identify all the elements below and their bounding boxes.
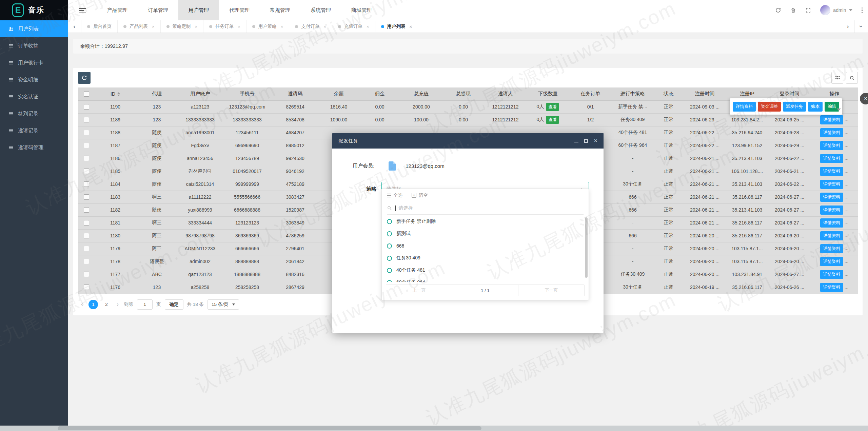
more-actions-button[interactable]: ...: [845, 181, 849, 187]
close-tab-icon[interactable]: ×: [323, 24, 326, 29]
more-actions-button[interactable]: ...: [845, 233, 849, 238]
close-tab-icon[interactable]: ×: [281, 24, 283, 29]
row-checkbox[interactable]: [84, 194, 89, 200]
refresh-icon[interactable]: [775, 7, 781, 13]
row-checkbox[interactable]: [84, 143, 89, 148]
sidebar-item[interactable]: 实名认证: [0, 88, 68, 105]
close-tab-icon[interactable]: ×: [367, 24, 369, 29]
goto-confirm-button[interactable]: 确定: [165, 299, 183, 310]
more-actions-button[interactable]: ...: [845, 168, 849, 174]
table-search-button[interactable]: [846, 72, 858, 84]
row-checkbox[interactable]: [84, 181, 89, 187]
more-actions-button[interactable]: ...: [845, 117, 849, 122]
details-button[interactable]: 详情资料: [820, 128, 843, 137]
details-button[interactable]: 详情资料: [820, 115, 843, 124]
sidebar-item[interactable]: 邀请记录: [0, 122, 68, 139]
more-actions-button[interactable]: ...: [845, 284, 849, 290]
close-tab-icon[interactable]: ×: [195, 24, 198, 29]
maximize-icon[interactable]: [584, 139, 588, 143]
user-menu[interactable]: admin: [820, 5, 852, 15]
nav-item[interactable]: 系统管理: [300, 0, 341, 20]
strategy-option[interactable]: 666: [382, 240, 589, 252]
nav-item[interactable]: 订单管理: [138, 0, 178, 20]
more-actions-button[interactable]: ...: [845, 194, 849, 199]
page-button-2[interactable]: 2: [102, 300, 111, 309]
nav-item[interactable]: 代理管理: [219, 0, 260, 20]
more-actions-caret-icon[interactable]: [837, 109, 841, 111]
nav-item[interactable]: 常规管理: [260, 0, 300, 20]
select-all-checkbox[interactable]: [84, 91, 89, 97]
details-button[interactable]: 详情资料: [820, 205, 843, 215]
more-actions-button[interactable]: ...: [845, 246, 849, 251]
row-checkbox[interactable]: [84, 220, 89, 226]
tab[interactable]: 产品列表×: [118, 20, 161, 33]
more-actions-button[interactable]: ...: [845, 155, 849, 161]
tabs-scroll-left-icon[interactable]: ‹: [68, 20, 81, 33]
fullscreen-icon[interactable]: [805, 7, 811, 13]
popup-action-button[interactable]: 资金调整: [758, 102, 781, 112]
more-actions-button[interactable]: ...: [845, 220, 849, 225]
close-tab-icon[interactable]: ×: [238, 24, 240, 29]
details-button[interactable]: 详情资料: [820, 257, 843, 266]
more-actions-button[interactable]: ...: [845, 142, 849, 148]
more-actions-button[interactable]: ...: [845, 130, 849, 135]
goto-page-input[interactable]: [137, 299, 153, 310]
menu-toggle-icon[interactable]: [79, 8, 86, 15]
row-checkbox[interactable]: [84, 246, 89, 251]
strategy-option[interactable]: 40个任务 481: [382, 264, 589, 276]
modal-header[interactable]: 派发任务 ×: [332, 133, 604, 149]
details-button[interactable]: 详情资料: [820, 270, 843, 279]
row-checkbox[interactable]: [84, 130, 89, 135]
view-subordinates-button[interactable]: 查看: [546, 116, 559, 124]
tabs-menu-icon[interactable]: ›: [854, 20, 868, 33]
row-checkbox[interactable]: [84, 259, 89, 264]
sidebar-item[interactable]: 用户银行卡: [0, 54, 68, 71]
more-actions-button[interactable]: ...: [845, 258, 849, 264]
sidebar-item[interactable]: 签到记录: [0, 105, 68, 122]
tab[interactable]: 用户列表×: [375, 20, 418, 33]
more-actions-button[interactable]: ...: [845, 207, 849, 212]
horizontal-scrollbar[interactable]: [0, 426, 868, 431]
row-checkbox[interactable]: [84, 285, 89, 290]
table-refresh-button[interactable]: [78, 72, 91, 84]
tab[interactable]: 用户策略×: [246, 20, 290, 33]
details-button[interactable]: 详情资料: [820, 244, 843, 253]
page-button-1[interactable]: 1: [88, 300, 98, 309]
sort-icon[interactable]: [117, 92, 120, 96]
tab[interactable]: 支付订单×: [289, 20, 332, 33]
nav-item[interactable]: 商城管理: [341, 0, 382, 20]
row-checkbox[interactable]: [84, 104, 89, 110]
details-button[interactable]: 详情资料: [820, 231, 843, 240]
row-checkbox[interactable]: [84, 169, 89, 174]
nav-item[interactable]: 用户管理: [178, 0, 219, 20]
clear-button[interactable]: × 清空: [412, 192, 428, 198]
strategy-option[interactable]: 新测试: [382, 228, 589, 240]
details-button[interactable]: 详情资料: [820, 154, 843, 163]
row-checkbox[interactable]: [84, 233, 89, 238]
tabs-scroll-right-icon[interactable]: ›: [841, 20, 854, 33]
row-checkbox[interactable]: [84, 207, 89, 213]
close-tab-icon[interactable]: ×: [410, 24, 412, 29]
popup-action-button[interactable]: 账本: [808, 102, 823, 112]
more-menu-icon[interactable]: [862, 7, 863, 13]
minimize-icon[interactable]: [574, 142, 578, 142]
page-size-select[interactable]: 15 条/页: [208, 299, 239, 310]
details-button[interactable]: 详情资料: [820, 180, 843, 189]
avatar[interactable]: [820, 5, 830, 15]
trash-icon[interactable]: [790, 7, 796, 13]
row-checkbox[interactable]: [84, 117, 89, 122]
tab[interactable]: 充值订单×: [332, 20, 375, 33]
dropdown-scrollbar[interactable]: [585, 217, 588, 278]
tab[interactable]: 后台首页: [81, 20, 118, 33]
dropdown-next-button[interactable]: 下一页: [518, 285, 584, 296]
sidebar-item[interactable]: 用户列表: [0, 20, 68, 37]
popup-action-button[interactable]: 详情资料: [733, 102, 756, 112]
nav-item[interactable]: 产品管理: [97, 0, 138, 20]
view-subordinates-button[interactable]: 查看: [546, 103, 559, 111]
details-button[interactable]: 详情资料: [820, 218, 843, 228]
close-tab-icon[interactable]: ×: [152, 24, 155, 29]
select-all-button[interactable]: 全选: [387, 192, 402, 198]
scrollbar-thumb[interactable]: [58, 426, 481, 430]
next-page-icon[interactable]: ›: [115, 301, 120, 308]
strategy-option[interactable]: 新手任务 禁止删除: [382, 215, 589, 228]
